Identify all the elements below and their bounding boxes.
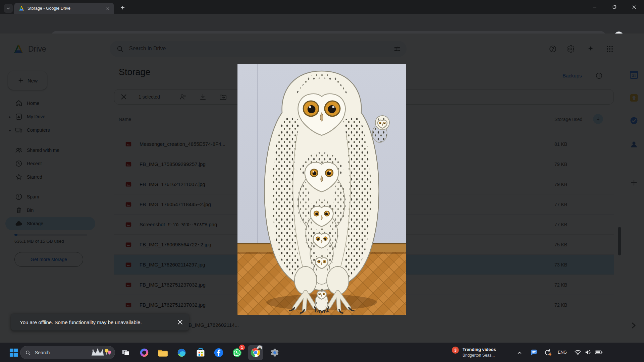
store-icon [196,348,205,357]
toast-close-button[interactable] [176,318,184,326]
chevron-down-icon [6,6,10,10]
preview-image-owl-artwork [237,64,406,315]
tray-chevron-up-button[interactable] [517,350,523,356]
search-highlight-decoration-icon [89,348,111,358]
tab-title: Storage - Google Drive [28,6,105,11]
browser-toolbar: drive.google.com/drive/quota [0,14,644,34]
task-view-button[interactable] [118,345,133,360]
tray-volume-icon[interactable] [584,349,592,356]
close-icon [106,7,110,10]
copilot-icon [140,348,149,357]
edge-button[interactable] [174,345,189,360]
copilot-button[interactable] [137,345,152,360]
file-explorer-button[interactable] [155,345,170,360]
close-icon [632,5,637,10]
tray-sync-button[interactable] [544,349,552,357]
taskbar-search[interactable]: Search [20,346,115,359]
edge-icon [177,348,186,358]
sync-icon [544,349,552,357]
store-button[interactable] [193,345,208,360]
chrome-profile-mini-avatar [257,345,262,351]
taskbar: Search 1 [0,343,644,362]
widget-subtitle: Bridgerton Seas... [463,353,495,358]
window-minimize-button[interactable] [585,0,604,14]
whatsapp-button[interactable]: 1 [230,345,245,360]
tab-search-button[interactable] [4,4,13,13]
task-view-icon [121,348,130,357]
facebook-icon [214,348,224,358]
screen: Storage - Google Drive drive.google.com/… [0,0,644,362]
tray-battery-icon[interactable] [595,349,603,356]
settings-gear-icon [270,348,279,357]
browser-tab[interactable]: Storage - Google Drive [14,3,114,14]
offline-toast-message: You are offline. Some functionality may … [20,319,176,325]
windows-start-icon [9,348,18,357]
facebook-button[interactable] [211,345,226,360]
restore-icon [612,5,617,9]
window-maximize-button[interactable] [605,0,624,14]
widget-notification-badge: 3 [452,347,459,354]
search-icon [25,350,31,356]
chat-icon [530,349,538,357]
settings-button-taskbar[interactable] [267,345,282,360]
file-explorer-icon [158,348,168,357]
minimize-icon [592,5,597,9]
drive-favicon [19,6,24,11]
tray-language[interactable]: ENG [558,350,567,355]
window-close-button[interactable] [625,0,643,14]
whatsapp-badge: 1 [238,344,246,351]
new-tab-button[interactable] [118,3,127,12]
chevron-up-icon [517,350,523,356]
widget-title[interactable]: Trending videos [463,347,496,352]
plus-icon [120,5,125,10]
tray-wifi-icon[interactable] [574,349,582,356]
tab-close-button[interactable] [105,5,111,11]
start-button[interactable] [6,345,21,360]
taskbar-search-label: Search [35,350,89,355]
tray-chat-button[interactable] [530,349,538,357]
offline-toast: You are offline. Some functionality may … [11,314,189,330]
browser-tabstrip: Storage - Google Drive [0,0,644,14]
chrome-button[interactable] [248,345,263,360]
